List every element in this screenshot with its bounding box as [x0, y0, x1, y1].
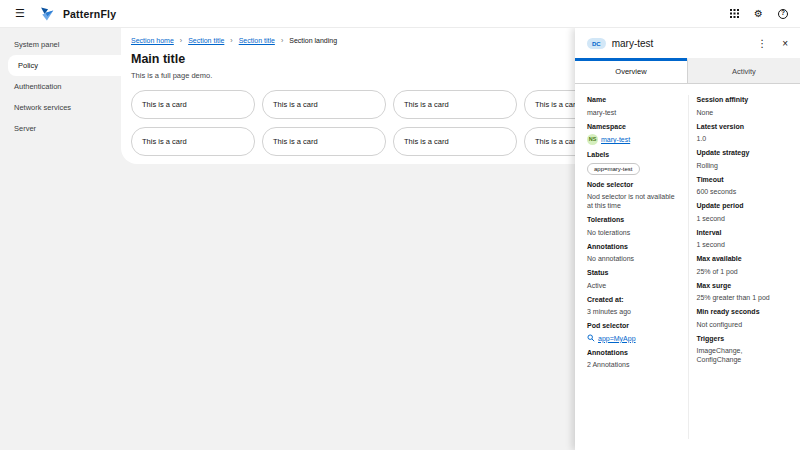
detail-term: Update period [697, 201, 789, 211]
drawer-tabs: Overview Activity [575, 58, 800, 84]
card: This is a card [393, 127, 517, 156]
detail-value: mary-test [587, 108, 680, 117]
detail-value: Nod selector is not available at this ti… [587, 192, 680, 210]
grid-icon [730, 9, 739, 18]
detail-term: Session affinity [697, 95, 789, 105]
breadcrumb-link-section-title-2[interactable]: Section title [239, 37, 275, 44]
breadcrumb-link-section-title-1[interactable]: Section title [188, 37, 224, 44]
detail-name: Name mary-test [587, 95, 680, 117]
card-label: This is a card [404, 137, 449, 146]
help-icon: ? [778, 9, 788, 19]
details-drawer: DC mary-test ⋮ × Overview Activity Name … [575, 28, 800, 450]
drawer-close-button[interactable]: × [782, 39, 788, 49]
detail-value: No annotations [587, 254, 680, 263]
details-column-right: Session affinity None Latest version 1.0… [688, 95, 789, 439]
detail-annotations: Annotations No annotations [587, 242, 680, 264]
detail-term: Annotations [587, 242, 680, 252]
detail-term: Update strategy [697, 148, 789, 158]
detail-term: Pod selector [587, 321, 680, 331]
card-label: This is a card [142, 100, 187, 109]
detail-term: Max available [697, 254, 789, 264]
app-launcher-button[interactable] [730, 9, 739, 18]
settings-button[interactable]: ⚙ [754, 9, 763, 19]
card-label: This is a card [273, 137, 318, 146]
label-chip: app=mary-test [587, 163, 640, 175]
chevron-right-icon: › [180, 37, 182, 44]
detail-pod-selector: Pod selector app=MyApp [587, 321, 680, 343]
detail-value: 600 seconds [697, 187, 789, 196]
drawer-title: mary-test [612, 38, 654, 49]
detail-term: Interval [697, 228, 789, 238]
card-label: This is a card [273, 100, 318, 109]
detail-min-ready-seconds: Min ready seconds Not configured [697, 307, 789, 329]
detail-latest-version: Latest version 1.0 [697, 122, 789, 144]
detail-tolerations: Tolerations No tolerations [587, 215, 680, 237]
tab-overview[interactable]: Overview [575, 58, 687, 83]
card: This is a card [131, 90, 255, 119]
detail-term: Max surge [697, 281, 789, 291]
card: This is a card [393, 90, 517, 119]
card: This is a card [262, 127, 386, 156]
kebab-menu-button[interactable]: ⋮ [757, 39, 767, 49]
drawer-header: DC mary-test ⋮ × [575, 28, 800, 58]
detail-status: Status Active [587, 268, 680, 290]
detail-value: Active [587, 281, 680, 290]
detail-value: ImageChange, ConfigChange [697, 346, 789, 364]
close-icon: × [782, 38, 788, 49]
detail-term: Namespace [587, 122, 680, 132]
patternfly-logo-icon [40, 7, 55, 21]
drawer-overview-panel: Name mary-test Namespace NS mary-test La… [575, 84, 800, 450]
breadcrumb-link-section-home[interactable]: Section home [131, 37, 174, 44]
namespace-badge: NS [587, 134, 598, 145]
details-column-left: Name mary-test Namespace NS mary-test La… [587, 95, 688, 439]
detail-term: Status [587, 268, 680, 278]
brand-name: PatternFly [63, 8, 116, 20]
detail-term: Name [587, 95, 680, 105]
detail-max-available: Max available 25% of 1 pod [697, 254, 789, 276]
page-body: System panel Policy Authentication Netwo… [0, 28, 800, 450]
sidebar-item-policy[interactable]: Policy [8, 55, 121, 76]
detail-triggers: Triggers ImageChange, ConfigChange [697, 334, 789, 365]
detail-value: Rolling [697, 161, 789, 170]
namespace-link[interactable]: mary-test [601, 135, 630, 144]
detail-max-surge: Max surge 25% greater than 1 pod [697, 281, 789, 303]
sidebar-item-server[interactable]: Server [0, 118, 121, 139]
detail-value: 2 Annotations [587, 360, 680, 369]
sidebar-nav: System panel Policy Authentication Netwo… [0, 28, 121, 450]
masthead: ☰ PatternFly ⚙ ? [0, 0, 800, 28]
detail-value: 25% greater than 1 pod [697, 293, 789, 302]
detail-term: Annotations [587, 348, 680, 358]
pod-selector-link[interactable]: app=MyApp [598, 334, 636, 343]
magnifier-icon [587, 334, 595, 342]
detail-value: 3 minutes ago [587, 307, 680, 316]
sidebar-item-system-panel[interactable]: System panel [0, 34, 121, 55]
card-label: This is a card [142, 137, 187, 146]
detail-node-selector: Node selector Nod selector is not availa… [587, 180, 680, 211]
sidebar-item-network-services[interactable]: Network services [0, 97, 121, 118]
detail-term: Node selector [587, 180, 680, 190]
card: This is a card [262, 90, 386, 119]
detail-value: 1.0 [697, 134, 789, 143]
detail-term: Triggers [697, 334, 789, 344]
detail-annotations-count: Annotations 2 Annotations [587, 348, 680, 370]
detail-value: Not configured [697, 320, 789, 329]
hamburger-menu-button[interactable]: ☰ [12, 6, 28, 21]
detail-term: Labels [587, 150, 680, 160]
detail-value: 1 second [697, 240, 789, 249]
detail-term: Min ready seconds [697, 307, 789, 317]
detail-value: No tolerations [587, 228, 680, 237]
detail-value: 1 second [697, 214, 789, 223]
detail-term: Created at: [587, 295, 680, 305]
detail-value: 25% of 1 pod [697, 267, 789, 276]
breadcrumb-current-item: Section landing [289, 37, 337, 44]
card: This is a card [131, 127, 255, 156]
card-label: This is a card [404, 100, 449, 109]
card-label: This is a card [535, 137, 580, 146]
tab-activity[interactable]: Activity [687, 58, 800, 83]
detail-session-affinity: Session affinity None [697, 95, 789, 117]
hamburger-icon: ☰ [15, 7, 25, 19]
sidebar-item-authentication[interactable]: Authentication [0, 76, 121, 97]
detail-term: Timeout [697, 175, 789, 185]
detail-labels: Labels app=mary-test [587, 150, 680, 175]
help-button[interactable]: ? [778, 9, 788, 19]
